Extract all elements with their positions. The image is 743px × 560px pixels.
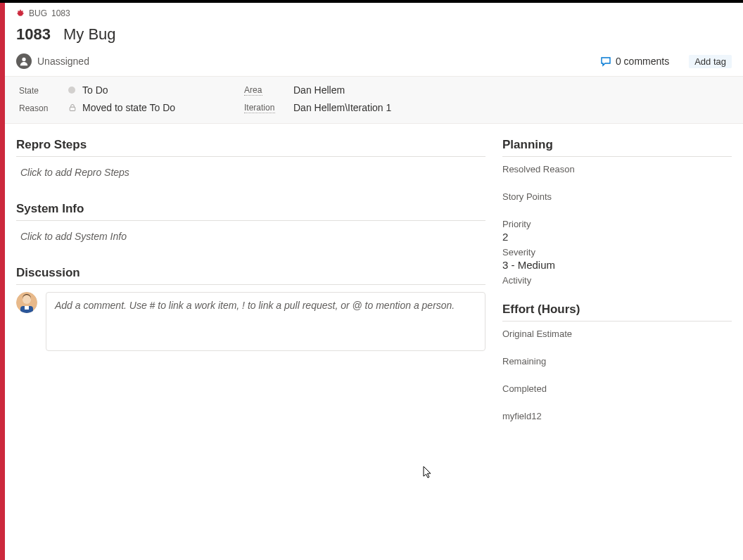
svg-rect-1 (20, 10, 21, 11)
work-item-content: BUG 1083 1083 My Bug Unassigned (5, 3, 743, 560)
activity-label: Activity (502, 275, 732, 286)
priority-label: Priority (502, 219, 732, 229)
completed-label: Completed (502, 383, 732, 394)
assignee-label: Unassigned (37, 56, 89, 67)
reason-picker[interactable]: Moved to state To Do (68, 102, 244, 113)
work-item-body: Repro Steps Click to add Repro Steps Sys… (5, 124, 743, 438)
add-tag-button[interactable]: Add tag (689, 55, 732, 68)
original-estimate-label: Original Estimate (502, 329, 732, 339)
breadcrumb: BUG 1083 (16, 8, 732, 18)
bug-icon (16, 9, 25, 18)
comments-count: 0 comments (616, 56, 669, 67)
breadcrumb-id: 1083 (51, 8, 70, 18)
system-info-title: System Info (16, 202, 485, 216)
work-item-id: 1083 (16, 25, 51, 44)
main-column: Repro Steps Click to add Repro Steps Sys… (16, 134, 485, 438)
state-value: To Do (82, 84, 108, 96)
assignee-picker[interactable]: Unassigned (16, 53, 89, 69)
work-item-page: BUG 1083 1083 My Bug Unassigned (0, 3, 743, 560)
repro-steps-title: Repro Steps (16, 138, 485, 152)
iteration-value[interactable]: Dan Hellem\Iteration 1 (293, 102, 391, 113)
svg-rect-3 (22, 13, 23, 14)
priority-value[interactable]: 2 (502, 231, 732, 243)
comment-input[interactable]: Add a comment. Use # to link a work item… (46, 292, 485, 351)
svg-point-9 (23, 295, 31, 304)
area-label: Area (244, 85, 262, 96)
reason-value: Moved to state To Do (82, 102, 175, 113)
svg-rect-11 (25, 306, 29, 310)
divider (16, 156, 485, 157)
state-label: State (19, 86, 39, 96)
effort-title: Effort (Hours) (502, 303, 732, 317)
work-item-title[interactable]: My Bug (63, 25, 116, 44)
resolved-reason-label: Resolved Reason (502, 164, 732, 174)
iteration-label: Iteration (244, 103, 275, 113)
area-value[interactable]: Dan Hellem (293, 84, 345, 96)
divider (16, 284, 485, 285)
lock-icon (68, 103, 77, 112)
svg-rect-7 (70, 107, 75, 110)
svg-point-6 (22, 58, 25, 61)
system-info-input[interactable]: Click to add System Info (16, 228, 485, 245)
svg-rect-2 (18, 13, 19, 14)
side-column: Planning Resolved Reason Story Points Pr… (502, 134, 732, 438)
comments-link[interactable]: 0 comments (600, 56, 669, 67)
discussion-row: Add a comment. Use # to link a work item… (16, 292, 485, 351)
reason-label: Reason (19, 103, 48, 113)
severity-value[interactable]: 3 - Medium (502, 259, 732, 271)
person-icon (16, 53, 32, 69)
story-points-label: Story Points (502, 191, 732, 202)
breadcrumb-type: BUG (29, 8, 47, 18)
work-item-header: BUG 1083 1083 My Bug Unassigned (5, 3, 743, 76)
work-item-color-bar (0, 3, 5, 560)
meta-row: Unassigned 0 comments Add tag (16, 53, 732, 69)
comment-icon (600, 56, 611, 67)
repro-steps-input[interactable]: Click to add Repro Steps (16, 164, 485, 181)
remaining-label: Remaining (502, 356, 732, 367)
planning-title: Planning (502, 138, 732, 152)
custom-field-label: myfield12 (502, 411, 732, 421)
user-avatar (16, 292, 37, 313)
title-row: 1083 My Bug (16, 25, 732, 44)
discussion-title: Discussion (16, 266, 485, 280)
classification-grid: State To Do Area Dan Hellem Reason Moved… (5, 76, 743, 124)
divider (16, 220, 485, 221)
divider (502, 156, 732, 157)
severity-label: Severity (502, 247, 732, 257)
state-picker[interactable]: To Do (68, 84, 244, 96)
state-dot-icon (68, 87, 75, 94)
divider (502, 321, 732, 322)
